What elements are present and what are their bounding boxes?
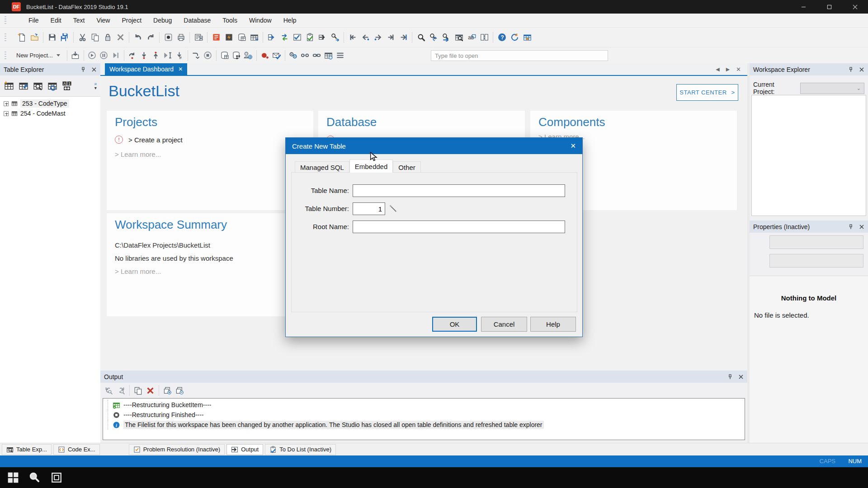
down-dot-icon[interactable] bbox=[138, 50, 150, 61]
menu-help[interactable]: Help bbox=[278, 14, 302, 27]
dock-tab-problem-resolution[interactable]: Problem Resolution (Inactive) bbox=[129, 444, 225, 455]
help-button[interactable]: Help bbox=[530, 317, 576, 332]
tab-workspace-dashboard[interactable]: Workspace Dashboard ✕ bbox=[105, 63, 187, 75]
projects-learn-more-link[interactable]: > Learn more... bbox=[115, 150, 161, 158]
menu-tools[interactable]: Tools bbox=[217, 14, 243, 27]
save-all-icon[interactable] bbox=[58, 31, 71, 44]
record-red-icon[interactable] bbox=[259, 50, 271, 61]
table-tree-item[interactable]: 254 - CodeMast bbox=[4, 108, 100, 118]
search-prev-icon[interactable] bbox=[103, 385, 115, 397]
lock-icon[interactable] bbox=[101, 31, 114, 44]
pin-icon[interactable] bbox=[848, 224, 854, 230]
user-globe-icon[interactable] bbox=[242, 50, 254, 61]
delete-icon[interactable] bbox=[114, 31, 127, 44]
workspace-project-list[interactable] bbox=[751, 95, 866, 216]
pin-pair-icon[interactable] bbox=[288, 50, 299, 61]
close-icon[interactable] bbox=[91, 67, 97, 72]
menu-database[interactable]: Database bbox=[178, 14, 217, 27]
toolbar-grip[interactable] bbox=[5, 52, 6, 60]
task-view-icon[interactable] bbox=[51, 472, 62, 483]
table-globe-icon[interactable] bbox=[323, 50, 335, 61]
dock-tab-table-explorer[interactable]: Table Exp... bbox=[2, 444, 52, 455]
dock-tab-todo-list[interactable]: To Do List (Inactive) bbox=[265, 444, 336, 455]
hash-icon[interactable]: # bbox=[174, 50, 185, 61]
search-task-icon[interactable] bbox=[29, 472, 41, 483]
cancel-button[interactable]: Cancel bbox=[481, 317, 527, 332]
menu-project[interactable]: Project bbox=[116, 14, 147, 27]
record-macro-icon[interactable] bbox=[162, 31, 175, 44]
new-table-icon[interactable] bbox=[2, 79, 16, 93]
find-next-icon[interactable] bbox=[329, 31, 341, 44]
dock-tab-output-tab[interactable]: Output bbox=[226, 444, 263, 455]
run-cursor-icon[interactable] bbox=[162, 50, 174, 61]
pin-icon[interactable] bbox=[727, 374, 733, 380]
web-refresh-icon[interactable] bbox=[508, 31, 521, 44]
table-tree-label[interactable]: 254 - CodeMast bbox=[20, 110, 66, 117]
clipboard-check-icon[interactable] bbox=[303, 31, 316, 44]
table-name-input[interactable] bbox=[353, 184, 565, 197]
tab-scroll-left-icon[interactable]: ◀ bbox=[716, 66, 719, 72]
cut-icon[interactable] bbox=[76, 31, 89, 44]
expand-plus-icon[interactable] bbox=[4, 101, 9, 106]
nav-end-icon[interactable] bbox=[397, 31, 410, 44]
close-icon[interactable] bbox=[859, 67, 864, 72]
minimize-button[interactable] bbox=[791, 0, 816, 14]
link-icon[interactable] bbox=[311, 50, 323, 61]
search-go-icon[interactable] bbox=[440, 31, 453, 44]
db-grid-icon[interactable] bbox=[219, 50, 231, 61]
redo-icon[interactable] bbox=[144, 31, 157, 44]
properties-object-select[interactable] bbox=[769, 235, 863, 249]
dialog-title-bar[interactable]: Create New Table ✕ bbox=[286, 138, 582, 154]
copy-output-icon[interactable] bbox=[132, 385, 144, 397]
data-dictionary-icon[interactable] bbox=[248, 31, 260, 44]
step-into-icon[interactable] bbox=[110, 50, 122, 61]
check-window-icon[interactable] bbox=[291, 31, 303, 44]
renumber-tables-icon[interactable]: A1 bbox=[60, 79, 74, 93]
search-next-icon[interactable] bbox=[115, 385, 127, 397]
pin-icon[interactable] bbox=[80, 67, 86, 72]
current-project-select[interactable]: ⌄ bbox=[800, 83, 864, 94]
dialog-tab-managed-sql[interactable]: Managed SQL bbox=[295, 161, 349, 173]
copy-icon[interactable] bbox=[89, 31, 101, 44]
refresh-tables-icon[interactable] bbox=[45, 79, 60, 93]
nav-prev-icon[interactable] bbox=[359, 31, 372, 44]
stop-icon[interactable] bbox=[202, 50, 214, 61]
chevron-double-down-icon[interactable]: »▾ bbox=[94, 82, 97, 90]
database-builder-icon[interactable] bbox=[235, 31, 248, 44]
report-wizard-icon[interactable] bbox=[210, 31, 222, 44]
magic-wand-icon[interactable] bbox=[389, 204, 398, 213]
clear-output-icon[interactable] bbox=[144, 385, 156, 397]
summary-learn-more-link[interactable]: > Learn more... bbox=[115, 267, 161, 275]
nav-first-icon[interactable] bbox=[346, 31, 359, 44]
output-message-row[interactable]: ----Restructuring BucketItem---- bbox=[108, 400, 745, 410]
find-table-icon[interactable] bbox=[31, 79, 45, 93]
menu-window[interactable]: Window bbox=[243, 14, 278, 27]
search-back-icon[interactable] bbox=[427, 31, 440, 44]
up-dot-icon[interactable] bbox=[150, 50, 162, 61]
run-icon[interactable] bbox=[86, 50, 98, 61]
help-icon[interactable]: ? bbox=[495, 31, 508, 44]
import-table-icon[interactable] bbox=[70, 50, 81, 61]
expand-plus-icon[interactable] bbox=[4, 111, 9, 116]
sync-icon[interactable] bbox=[278, 31, 291, 44]
output-message-row[interactable]: ----Restructuring Finished---- bbox=[108, 410, 745, 420]
nav-next-icon[interactable] bbox=[372, 31, 384, 44]
table-tree-item[interactable]: 253 - CodeType bbox=[4, 99, 100, 108]
collapse-copy-icon[interactable] bbox=[174, 385, 186, 397]
start-center-button[interactable]: START CENTER > bbox=[676, 84, 738, 101]
pin-icon[interactable] bbox=[848, 67, 854, 72]
menu-debug[interactable]: Debug bbox=[147, 14, 178, 27]
unlink-icon[interactable] bbox=[299, 50, 311, 61]
table-number-input[interactable] bbox=[353, 202, 385, 215]
match-case-icon[interactable]: ab bbox=[465, 31, 478, 44]
menu-edit[interactable]: Edit bbox=[45, 14, 67, 27]
save-icon[interactable] bbox=[46, 31, 58, 44]
dialog-tab-other[interactable]: Other bbox=[393, 161, 421, 173]
list-view-icon[interactable] bbox=[335, 50, 346, 61]
integrate-run-icon[interactable] bbox=[265, 31, 278, 44]
dialog-close-icon[interactable]: ✕ bbox=[570, 142, 576, 150]
compare-files-icon[interactable] bbox=[478, 31, 491, 44]
undo-icon[interactable] bbox=[132, 31, 144, 44]
window-list-icon[interactable] bbox=[192, 31, 205, 44]
search-icon[interactable] bbox=[415, 31, 427, 44]
